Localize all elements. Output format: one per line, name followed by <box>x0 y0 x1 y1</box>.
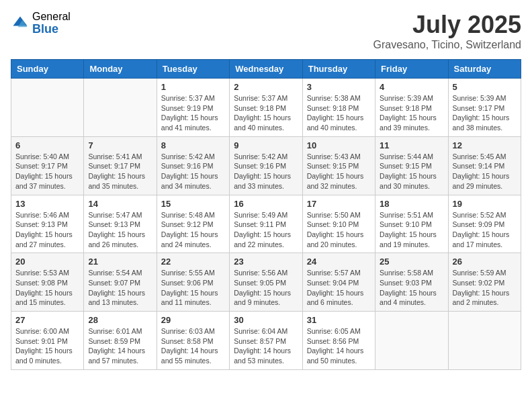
calendar-cell: 17Sunrise: 5:50 AMSunset: 9:10 PMDayligh… <box>302 195 375 253</box>
calendar-cell: 29Sunrise: 6:03 AMSunset: 8:58 PMDayligh… <box>157 312 229 370</box>
day-number: 4 <box>380 82 443 92</box>
calendar-cell: 2Sunrise: 5:37 AMSunset: 9:18 PMDaylight… <box>230 79 302 137</box>
day-number: 23 <box>234 257 298 267</box>
page-header: General Blue July 2025 Gravesano, Ticino… <box>11 11 521 51</box>
weekday-header: Thursday <box>302 60 375 79</box>
day-number: 11 <box>380 140 443 150</box>
calendar-cell: 10Sunrise: 5:43 AMSunset: 9:15 PMDayligh… <box>302 136 375 195</box>
weekday-header: Friday <box>375 60 448 79</box>
day-info: Sunrise: 6:05 AMSunset: 8:56 PMDaylight:… <box>307 326 371 366</box>
calendar-cell: 6Sunrise: 5:40 AMSunset: 9:17 PMDaylight… <box>11 136 84 195</box>
day-info: Sunrise: 5:48 AMSunset: 9:12 PMDaylight:… <box>161 210 225 250</box>
calendar-cell: 14Sunrise: 5:47 AMSunset: 9:13 PMDayligh… <box>84 195 157 253</box>
day-number: 6 <box>15 140 79 150</box>
day-number: 21 <box>88 257 152 267</box>
calendar-cell: 8Sunrise: 5:42 AMSunset: 9:16 PMDaylight… <box>157 136 229 195</box>
logo-general: General <box>32 11 71 23</box>
logo-blue: Blue <box>32 23 71 36</box>
calendar-cell: 7Sunrise: 5:41 AMSunset: 9:17 PMDaylight… <box>84 136 157 195</box>
calendar-cell: 3Sunrise: 5:38 AMSunset: 9:18 PMDaylight… <box>302 79 375 137</box>
day-number: 5 <box>453 82 517 92</box>
weekday-header: Saturday <box>448 60 521 79</box>
calendar-cell: 11Sunrise: 5:44 AMSunset: 9:15 PMDayligh… <box>375 136 448 195</box>
day-info: Sunrise: 5:51 AMSunset: 9:10 PMDaylight:… <box>380 210 443 250</box>
location-title: Gravesano, Ticino, Switzerland <box>373 39 521 51</box>
day-info: Sunrise: 5:49 AMSunset: 9:11 PMDaylight:… <box>234 210 298 250</box>
calendar-cell: 1Sunrise: 5:37 AMSunset: 9:19 PMDaylight… <box>157 79 229 137</box>
calendar-cell: 19Sunrise: 5:52 AMSunset: 9:09 PMDayligh… <box>448 195 521 253</box>
calendar-cell: 21Sunrise: 5:54 AMSunset: 9:07 PMDayligh… <box>84 253 157 312</box>
calendar-cell: 4Sunrise: 5:39 AMSunset: 9:18 PMDaylight… <box>375 79 448 137</box>
calendar-cell <box>448 312 521 370</box>
day-info: Sunrise: 5:54 AMSunset: 9:07 PMDaylight:… <box>88 268 152 308</box>
day-info: Sunrise: 5:58 AMSunset: 9:03 PMDaylight:… <box>380 268 443 308</box>
month-title: July 2025 <box>373 11 521 39</box>
calendar-cell: 18Sunrise: 5:51 AMSunset: 9:10 PMDayligh… <box>375 195 448 253</box>
calendar-cell: 23Sunrise: 5:56 AMSunset: 9:05 PMDayligh… <box>230 253 302 312</box>
day-number: 9 <box>234 140 298 150</box>
day-number: 17 <box>307 199 371 209</box>
day-info: Sunrise: 5:53 AMSunset: 9:08 PMDaylight:… <box>15 268 79 308</box>
day-number: 12 <box>453 140 517 150</box>
weekday-header: Wednesday <box>230 60 302 79</box>
calendar-cell <box>84 79 157 137</box>
day-number: 2 <box>234 82 298 92</box>
calendar-cell <box>375 312 448 370</box>
calendar-cell: 27Sunrise: 6:00 AMSunset: 9:01 PMDayligh… <box>11 312 84 370</box>
title-block: July 2025 Gravesano, Ticino, Switzerland <box>373 11 521 51</box>
calendar-cell: 12Sunrise: 5:45 AMSunset: 9:14 PMDayligh… <box>448 136 521 195</box>
day-info: Sunrise: 5:38 AMSunset: 9:18 PMDaylight:… <box>307 93 371 133</box>
day-number: 16 <box>234 199 298 209</box>
calendar-cell: 9Sunrise: 5:42 AMSunset: 9:16 PMDaylight… <box>230 136 302 195</box>
calendar-week-row: 20Sunrise: 5:53 AMSunset: 9:08 PMDayligh… <box>11 253 521 312</box>
day-number: 15 <box>161 199 225 209</box>
day-number: 25 <box>380 257 443 267</box>
day-info: Sunrise: 5:46 AMSunset: 9:13 PMDaylight:… <box>15 210 79 250</box>
day-number: 18 <box>380 199 443 209</box>
calendar-cell: 30Sunrise: 6:04 AMSunset: 8:57 PMDayligh… <box>230 312 302 370</box>
calendar-week-row: 13Sunrise: 5:46 AMSunset: 9:13 PMDayligh… <box>11 195 521 253</box>
day-info: Sunrise: 6:03 AMSunset: 8:58 PMDaylight:… <box>161 326 225 366</box>
day-info: Sunrise: 5:57 AMSunset: 9:04 PMDaylight:… <box>307 268 371 308</box>
day-number: 31 <box>307 315 371 325</box>
day-info: Sunrise: 5:52 AMSunset: 9:09 PMDaylight:… <box>453 210 517 250</box>
calendar-cell: 13Sunrise: 5:46 AMSunset: 9:13 PMDayligh… <box>11 195 84 253</box>
day-number: 19 <box>453 199 517 209</box>
day-number: 28 <box>88 315 152 325</box>
calendar-table: SundayMondayTuesdayWednesdayThursdayFrid… <box>11 59 521 370</box>
day-number: 26 <box>453 257 517 267</box>
day-number: 3 <box>307 82 371 92</box>
weekday-header: Monday <box>84 60 157 79</box>
day-info: Sunrise: 6:01 AMSunset: 8:59 PMDaylight:… <box>88 326 152 366</box>
day-number: 10 <box>307 140 371 150</box>
day-number: 13 <box>15 199 79 209</box>
weekday-header: Tuesday <box>157 60 229 79</box>
day-number: 14 <box>88 199 152 209</box>
day-info: Sunrise: 5:50 AMSunset: 9:10 PMDaylight:… <box>307 210 371 250</box>
calendar-cell: 24Sunrise: 5:57 AMSunset: 9:04 PMDayligh… <box>302 253 375 312</box>
calendar-cell: 20Sunrise: 5:53 AMSunset: 9:08 PMDayligh… <box>11 253 84 312</box>
day-info: Sunrise: 6:00 AMSunset: 9:01 PMDaylight:… <box>15 326 79 366</box>
calendar-week-row: 27Sunrise: 6:00 AMSunset: 9:01 PMDayligh… <box>11 312 521 370</box>
logo: General Blue <box>11 11 71 36</box>
weekday-header: Sunday <box>11 60 84 79</box>
day-info: Sunrise: 5:39 AMSunset: 9:17 PMDaylight:… <box>453 93 517 133</box>
day-info: Sunrise: 6:04 AMSunset: 8:57 PMDaylight:… <box>234 326 298 366</box>
calendar-header-row: SundayMondayTuesdayWednesdayThursdayFrid… <box>11 60 521 79</box>
calendar-cell <box>11 79 84 137</box>
day-number: 24 <box>307 257 371 267</box>
calendar-week-row: 1Sunrise: 5:37 AMSunset: 9:19 PMDaylight… <box>11 79 521 137</box>
day-info: Sunrise: 5:39 AMSunset: 9:18 PMDaylight:… <box>380 93 443 133</box>
day-number: 1 <box>161 82 225 92</box>
day-info: Sunrise: 5:42 AMSunset: 9:16 PMDaylight:… <box>234 152 298 191</box>
calendar-cell: 26Sunrise: 5:59 AMSunset: 9:02 PMDayligh… <box>448 253 521 312</box>
day-number: 8 <box>161 140 225 150</box>
logo-text: General Blue <box>32 11 71 36</box>
day-info: Sunrise: 5:47 AMSunset: 9:13 PMDaylight:… <box>88 210 152 250</box>
logo-icon <box>11 14 30 33</box>
day-info: Sunrise: 5:44 AMSunset: 9:15 PMDaylight:… <box>380 152 443 191</box>
calendar-cell: 5Sunrise: 5:39 AMSunset: 9:17 PMDaylight… <box>448 79 521 137</box>
calendar-week-row: 6Sunrise: 5:40 AMSunset: 9:17 PMDaylight… <box>11 136 521 195</box>
day-info: Sunrise: 5:40 AMSunset: 9:17 PMDaylight:… <box>15 152 79 191</box>
day-info: Sunrise: 5:56 AMSunset: 9:05 PMDaylight:… <box>234 268 298 308</box>
